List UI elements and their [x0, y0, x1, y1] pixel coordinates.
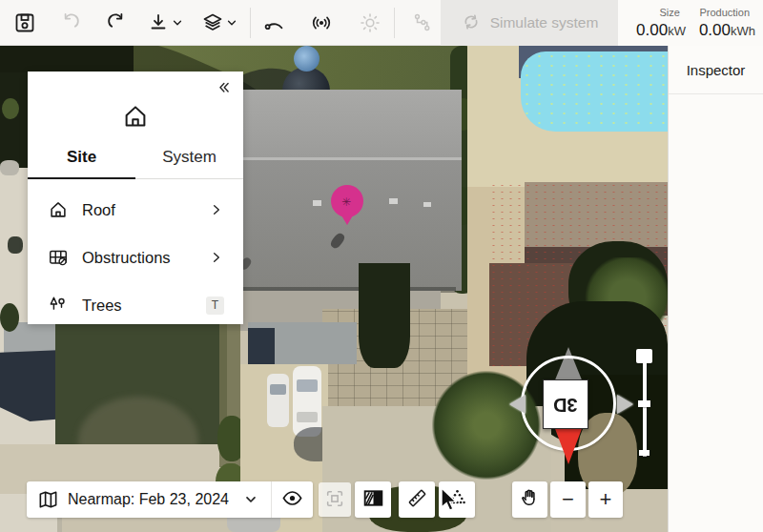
production-value-row: 0.00kWh — [699, 22, 755, 38]
save-button[interactable] — [6, 4, 44, 42]
production-unit: kWh — [731, 24, 755, 38]
dotted-triangle-icon — [446, 487, 468, 512]
sidebar-item-roof[interactable]: Roof — [28, 186, 243, 234]
toolbar-divider — [250, 8, 251, 38]
size-value-row: 0.00kW — [636, 22, 686, 38]
map-region-object — [8, 236, 23, 254]
shortcut-badge: T — [206, 297, 224, 315]
chevron-right-icon — [209, 202, 224, 217]
site-panel-items: Roof Ob — [28, 186, 243, 329]
sun-icon — [359, 11, 382, 34]
site-location-pin[interactable]: ✳ — [329, 185, 365, 231]
top-toolbar: Simulate system Size 0.00kW Production 0… — [0, 0, 763, 46]
signal-tool-button[interactable] — [302, 4, 340, 42]
imagery-chooser[interactable]: Nearmap: Feb 23, 2024 — [27, 481, 313, 518]
map-garage-shadow — [248, 328, 275, 364]
sidebar-item-label: Obstructions — [82, 249, 209, 267]
map-roof-vent — [423, 202, 431, 207]
imagery-contrast-button[interactable] — [355, 481, 391, 518]
nodes-icon — [411, 11, 434, 34]
stringing-button[interactable] — [403, 4, 442, 42]
toggle-3d-button[interactable]: 3D — [543, 379, 588, 429]
layers-menu-button[interactable] — [196, 4, 243, 42]
measure-ruler-button[interactable] — [399, 481, 435, 518]
solar-design-app: ✳ 3D — [0, 0, 763, 532]
export-menu-button[interactable] — [142, 4, 188, 42]
tab-site-label: Site — [67, 148, 96, 167]
pin-sun-glyph: ✳ — [341, 195, 351, 209]
trees-icon — [47, 295, 70, 316]
zoom-slider-end-tick — [639, 450, 650, 456]
map-roof-vent — [389, 198, 398, 204]
toggle-3d-label: 3D — [553, 394, 578, 416]
tab-system-label: System — [162, 148, 217, 167]
chevron-down-icon — [244, 493, 258, 506]
arc-tool-button[interactable] — [255, 4, 293, 42]
map-region-bush — [2, 98, 19, 119]
signal-icon — [310, 11, 333, 34]
simulate-system-label: Simulate system — [490, 14, 599, 31]
sidebar-item-label: Trees — [82, 297, 206, 315]
compass-south-needle — [554, 426, 583, 464]
pan-tool-button[interactable] — [512, 481, 547, 518]
redo-button[interactable] — [97, 4, 135, 42]
site-panel: Site System Roof — [28, 72, 243, 324]
map-region-bush — [0, 303, 19, 332]
map-car — [293, 366, 321, 437]
sidebar-item-label: Roof — [82, 201, 209, 219]
site-panel-tabs: Site System — [28, 148, 243, 179]
plus-icon: + — [600, 489, 612, 510]
compass-control[interactable]: 3D — [509, 344, 633, 468]
map-icon — [37, 489, 59, 511]
zoom-slider-handle[interactable] — [636, 349, 652, 363]
size-label: Size — [660, 8, 680, 18]
zoom-in-button[interactable]: + — [588, 481, 623, 518]
sidebar-item-obstructions[interactable]: Obstructions — [28, 234, 243, 281]
marquee-selection-icon — [324, 488, 345, 512]
compass-west-arrow — [509, 395, 526, 414]
undo-button[interactable] — [52, 4, 90, 42]
collapse-panel-button[interactable] — [213, 79, 234, 100]
marquee-select-button[interactable] — [319, 482, 351, 517]
chevron-down-icon — [172, 17, 183, 29]
zoom-slider[interactable] — [629, 343, 660, 467]
inspector-panel: Inspector — [668, 46, 763, 532]
zoom-out-button[interactable]: − — [550, 481, 586, 518]
redo-icon — [105, 11, 128, 34]
download-icon — [147, 11, 170, 34]
tab-system[interactable]: System — [135, 148, 243, 179]
size-value: 0.00 — [636, 21, 668, 39]
minus-icon: − — [562, 489, 574, 510]
eye-icon — [281, 487, 303, 512]
tab-site[interactable]: Site — [28, 148, 135, 179]
map-region-rock — [0, 160, 19, 175]
arc-tool-icon — [262, 11, 285, 34]
size-unit: kW — [668, 24, 686, 38]
map-region-pool-speckles — [521, 51, 668, 132]
house-icon — [47, 199, 70, 220]
map-roof-vent — [313, 200, 321, 206]
pin-tail — [339, 211, 356, 225]
undo-icon — [59, 11, 82, 34]
production-value: 0.00 — [699, 21, 731, 39]
map-car-rear-window — [297, 412, 318, 422]
toolbar-divider — [394, 8, 395, 38]
site-house-icon — [28, 102, 243, 131]
system-metrics: Size 0.00kW Production 0.00kWh — [618, 0, 763, 46]
imagery-source-label: Nearmap: Feb 23, 2024 — [68, 491, 244, 508]
map-car-windshield — [297, 379, 318, 392]
map-car-windshield — [270, 384, 286, 395]
map-water-tower-cap — [294, 46, 320, 72]
sync-icon — [461, 11, 482, 35]
obstructions-grid-icon — [47, 247, 70, 268]
draw-polygon-button[interactable] — [439, 481, 475, 518]
simulate-system-button[interactable]: Simulate system — [441, 0, 618, 46]
zoom-slider-track — [643, 363, 647, 457]
irradiance-button[interactable] — [351, 4, 389, 42]
map-car — [267, 374, 289, 427]
layers-icon — [201, 11, 224, 34]
sidebar-item-trees[interactable]: Trees T — [28, 281, 243, 329]
imagery-visibility-button[interactable] — [272, 481, 313, 518]
save-icon — [13, 11, 36, 34]
production-metric: Production 0.00kWh — [699, 8, 755, 38]
